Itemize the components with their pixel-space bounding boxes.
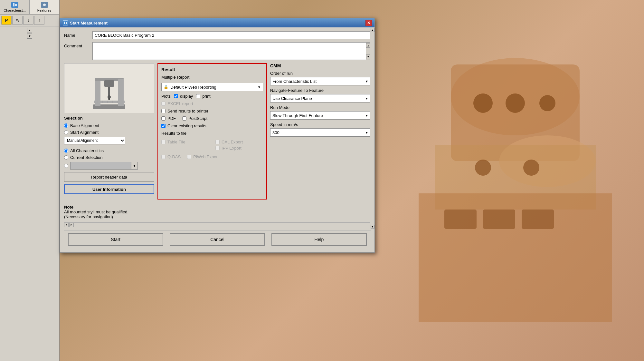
excel-checkbox[interactable] bbox=[161, 102, 166, 106]
clear-results-checkbox[interactable] bbox=[161, 124, 166, 128]
pdf-label: PDF bbox=[167, 116, 176, 121]
order-dropdown[interactable]: From Characteristic List ▼ bbox=[270, 77, 371, 85]
current-selection-label: Current Selection bbox=[70, 155, 102, 160]
alignment-dropdown[interactable]: Manual Alignment bbox=[64, 137, 125, 144]
plots-label: Plots bbox=[161, 94, 171, 99]
all-characteristics-radio[interactable] bbox=[64, 149, 68, 153]
cmm-machine-svg bbox=[90, 66, 128, 111]
order-value: From Characteristic List bbox=[272, 79, 317, 84]
table-file-row: Table File bbox=[161, 140, 209, 144]
main-scroll-down[interactable]: ▼ bbox=[371, 225, 374, 229]
send-printer-label: Send results to printer bbox=[167, 109, 208, 113]
run-mode-dropdown[interactable]: Slow Through First Feature ▼ bbox=[270, 111, 371, 120]
scroll-up-btn[interactable]: ▲ bbox=[27, 28, 32, 33]
ipp-export-checkbox[interactable] bbox=[215, 146, 220, 150]
order-dropdown-arrow: ▼ bbox=[365, 80, 368, 83]
table-file-checkbox[interactable] bbox=[161, 140, 166, 144]
name-label: Name bbox=[64, 33, 90, 38]
pencil-button[interactable]: ✎ bbox=[12, 16, 23, 25]
start-button[interactable]: Start bbox=[68, 233, 163, 246]
comment-row: Comment ▲ ▼ bbox=[64, 42, 371, 60]
name-input[interactable] bbox=[92, 31, 371, 39]
user-information-button[interactable]: User Information bbox=[64, 184, 154, 194]
toolbar-buttons: P ✎ ↓ ↑ bbox=[0, 15, 59, 26]
comment-textarea[interactable] bbox=[93, 43, 366, 60]
tab-features[interactable]: Features bbox=[30, 0, 59, 14]
speed-dropdown-arrow: ▼ bbox=[365, 131, 368, 134]
scroll-right-btn[interactable]: ► bbox=[69, 223, 74, 227]
base-alignment-label: Base Alignment bbox=[70, 123, 99, 128]
piweb-dropdown[interactable]: 🔒 Default PiWeb Reporting ▼ bbox=[161, 83, 263, 91]
comment-label: Comment bbox=[64, 42, 90, 48]
excel-label: EXCEL report bbox=[167, 101, 193, 106]
help-button[interactable]: Help bbox=[271, 233, 367, 246]
table-file-label: Table File bbox=[167, 140, 185, 144]
selection-section: Selection Base Alignment Start Alignment… bbox=[64, 116, 154, 170]
print-checkbox[interactable] bbox=[196, 94, 200, 98]
up-button[interactable]: ↑ bbox=[34, 16, 44, 25]
base-alignment-radio[interactable] bbox=[64, 123, 68, 128]
speed-field: Speed in mm/s 300 ▼ bbox=[270, 122, 371, 137]
cancel-button[interactable]: Cancel bbox=[170, 233, 265, 246]
print-checkbox-row: print bbox=[196, 94, 210, 99]
report-header-button[interactable]: Report header data bbox=[64, 172, 154, 182]
vertical-scrollbar: ▲ ▼ bbox=[0, 26, 59, 40]
qdas-row-label: Q-DAS bbox=[161, 154, 181, 159]
note-section: Note All mounted styli must be qualified… bbox=[64, 205, 371, 219]
features-icon bbox=[41, 2, 48, 8]
note-content: All mounted styli must be qualified. (Ne… bbox=[64, 210, 371, 219]
navigate-dropdown-arrow: ▼ bbox=[365, 97, 368, 100]
pencil-icon: ✎ bbox=[15, 18, 19, 23]
current-selection-radio[interactable] bbox=[64, 155, 68, 160]
main-scroll-up[interactable]: ▲ bbox=[371, 28, 374, 32]
all-characteristics-label: All Characteristics bbox=[70, 148, 104, 153]
piweb-export-checkbox[interactable] bbox=[187, 155, 191, 159]
custom-input[interactable] bbox=[70, 162, 131, 170]
start-alignment-label: Start Alignment bbox=[70, 130, 99, 135]
tab-features-label: Features bbox=[37, 8, 51, 12]
piweb-export-row: PiWeb Export bbox=[187, 154, 219, 159]
close-button[interactable]: ✕ bbox=[365, 20, 372, 26]
custom-radio[interactable] bbox=[64, 164, 68, 168]
up-arrow-icon: ↑ bbox=[38, 18, 41, 23]
pdf-checkbox[interactable] bbox=[161, 116, 166, 121]
machine-image bbox=[64, 63, 154, 113]
qdas-checkbox[interactable] bbox=[161, 155, 166, 159]
middle-row: Selection Base Alignment Start Alignment… bbox=[64, 63, 371, 200]
clear-results-row: Clear existing results bbox=[161, 123, 263, 128]
toolbar-tabs: Characterist... Features bbox=[0, 0, 59, 15]
send-printer-checkbox[interactable] bbox=[161, 109, 166, 113]
scroll-left-btn[interactable]: ◄ bbox=[64, 223, 69, 227]
svg-rect-24 bbox=[108, 87, 110, 96]
run-mode-dropdown-arrow: ▼ bbox=[365, 114, 368, 117]
clear-results-label: Clear existing results bbox=[167, 123, 206, 128]
pdf-postscript-row: PDF PostScript bbox=[161, 116, 263, 121]
p-button[interactable]: P bbox=[1, 16, 12, 25]
pdf-row: PDF bbox=[161, 116, 176, 121]
results-to-file-label: Results to file bbox=[161, 131, 263, 136]
selection-title: Selection bbox=[64, 116, 154, 121]
dialog-app-icon bbox=[63, 20, 68, 25]
navigate-dropdown[interactable]: Use Clearance Plane ▼ bbox=[270, 94, 371, 102]
speed-dropdown[interactable]: 300 ▼ bbox=[270, 128, 371, 137]
start-measurement-dialog: Start Measurement ✕ Name Comment ▲ ▼ bbox=[60, 18, 375, 253]
svg-rect-17 bbox=[64, 22, 65, 24]
scroll-down-btn[interactable]: ▼ bbox=[27, 34, 32, 39]
order-label: Order of run bbox=[270, 71, 371, 76]
display-checkbox[interactable] bbox=[174, 94, 178, 98]
svg-point-8 bbox=[523, 160, 539, 176]
dialog-title: Start Measurement bbox=[70, 21, 108, 25]
start-alignment-radio[interactable] bbox=[64, 130, 68, 134]
custom-dropdown-btn[interactable]: ▼ bbox=[131, 162, 138, 170]
svg-point-6 bbox=[539, 95, 555, 111]
display-checkbox-row: display bbox=[174, 94, 193, 99]
navigate-field: Navigate-Feature To Feature Use Clearanc… bbox=[270, 88, 371, 102]
down-button[interactable]: ↓ bbox=[23, 16, 33, 25]
postscript-checkbox[interactable] bbox=[182, 116, 186, 121]
svg-rect-13 bbox=[13, 3, 14, 6]
lock-icon: 🔒 bbox=[164, 85, 168, 89]
tab-characteristics[interactable]: Characterist... bbox=[0, 0, 30, 14]
cal-export-checkbox[interactable] bbox=[215, 140, 220, 144]
custom-input-combo: ▼ bbox=[70, 162, 138, 170]
all-char-row: All Characteristics bbox=[64, 148, 154, 153]
